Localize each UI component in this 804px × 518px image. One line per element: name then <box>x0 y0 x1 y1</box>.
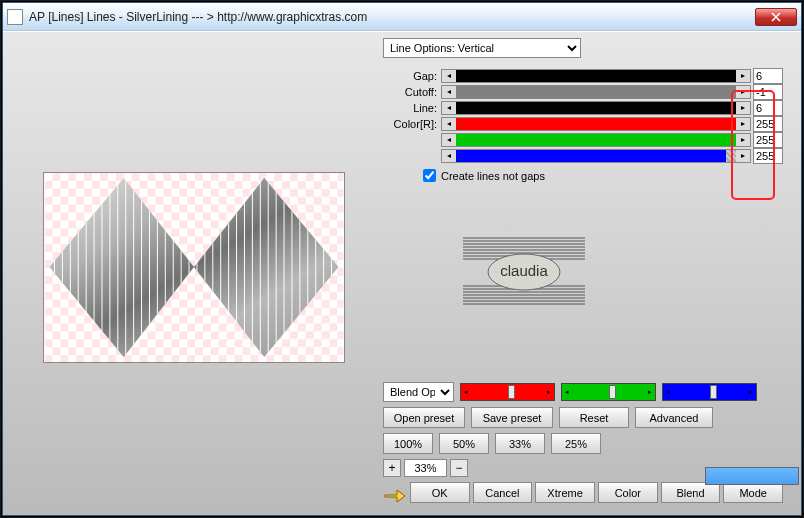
open-preset-button[interactable]: Open preset <box>383 407 465 428</box>
zoom-in-button[interactable]: + <box>383 459 401 477</box>
arrow-left-icon[interactable]: ◂ <box>442 70 456 82</box>
arrow-right-icon[interactable]: ▸ <box>736 118 750 130</box>
blend-button[interactable]: Blend <box>661 482 721 503</box>
titlebar: AP [Lines] Lines - SilverLining --- > ht… <box>3 3 801 31</box>
svg-text:claudia: claudia <box>500 262 548 279</box>
arrow-right-icon[interactable]: ▸ <box>736 134 750 146</box>
color-r-label: Color[R]: <box>383 118 441 130</box>
preview-image <box>44 173 344 362</box>
arrow-left-icon[interactable]: ◂ <box>442 86 456 98</box>
line-value[interactable] <box>753 100 783 116</box>
color-button[interactable]: Color <box>598 482 658 503</box>
color-b-value[interactable] <box>753 148 783 164</box>
reset-button[interactable]: Reset <box>559 407 629 428</box>
cutoff-label: Cutoff: <box>383 86 441 98</box>
pointer-hand-icon <box>383 485 407 505</box>
gap-slider[interactable]: ◂ ▸ <box>441 69 751 83</box>
zoom-33-button[interactable]: 33% <box>495 433 545 454</box>
gap-label: Gap: <box>383 70 441 82</box>
save-preset-button[interactable]: Save preset <box>471 407 553 428</box>
xtreme-button[interactable]: Xtreme <box>535 482 595 503</box>
arrow-left-icon[interactable]: ◂ <box>442 134 456 146</box>
create-lines-checkbox[interactable] <box>423 169 436 182</box>
cutoff-value[interactable] <box>753 84 783 100</box>
color-swatch[interactable] <box>705 467 799 485</box>
arrow-right-icon[interactable]: ▸ <box>736 150 750 162</box>
arrow-right-icon[interactable]: ▸ <box>736 102 750 114</box>
blue-slider[interactable]: ◂▸ <box>662 383 757 401</box>
blend-options-dropdown[interactable]: Blend Optic <box>383 382 454 402</box>
preview-pane <box>43 172 345 363</box>
line-label: Line: <box>383 102 441 114</box>
zoom-50-button[interactable]: 50% <box>439 433 489 454</box>
color-g-slider[interactable]: ◂ ▸ <box>441 133 751 147</box>
app-icon <box>7 9 23 25</box>
red-slider[interactable]: ◂▸ <box>460 383 555 401</box>
green-slider[interactable]: ◂▸ <box>561 383 656 401</box>
close-icon <box>771 12 781 22</box>
zoom-value: 33% <box>404 459 447 477</box>
plugin-window: AP [Lines] Lines - SilverLining --- > ht… <box>2 2 802 516</box>
color-b-slider[interactable]: ◂ ▸ <box>441 149 751 163</box>
cutoff-slider[interactable]: ◂ ▸ <box>441 85 751 99</box>
color-g-value[interactable] <box>753 132 783 148</box>
advanced-button[interactable]: Advanced <box>635 407 713 428</box>
arrow-left-icon[interactable]: ◂ <box>442 118 456 130</box>
line-options-dropdown[interactable]: Line Options: Vertical <box>383 38 581 58</box>
mode-button[interactable]: Mode <box>723 482 783 503</box>
color-r-slider[interactable]: ◂ ▸ <box>441 117 751 131</box>
arrow-left-icon[interactable]: ◂ <box>442 150 456 162</box>
create-lines-label: Create lines not gaps <box>441 170 545 182</box>
gap-value[interactable] <box>753 68 783 84</box>
line-slider[interactable]: ◂ ▸ <box>441 101 751 115</box>
window-title: AP [Lines] Lines - SilverLining --- > ht… <box>29 10 755 24</box>
zoom-25-button[interactable]: 25% <box>551 433 601 454</box>
zoom-out-button[interactable]: − <box>450 459 468 477</box>
close-button[interactable] <box>755 8 797 26</box>
arrow-right-icon[interactable]: ▸ <box>736 70 750 82</box>
zoom-100-button[interactable]: 100% <box>383 433 433 454</box>
color-r-value[interactable] <box>753 116 783 132</box>
cancel-button[interactable]: Cancel <box>473 482 533 503</box>
arrow-left-icon[interactable]: ◂ <box>442 102 456 114</box>
ok-button[interactable]: OK <box>410 482 470 503</box>
brand-logo: claudia <box>463 236 585 308</box>
content-area: Line Options: Vertical Gap: ◂ ▸ Cutoff: … <box>3 31 801 515</box>
arrow-right-icon[interactable]: ▸ <box>736 86 750 98</box>
